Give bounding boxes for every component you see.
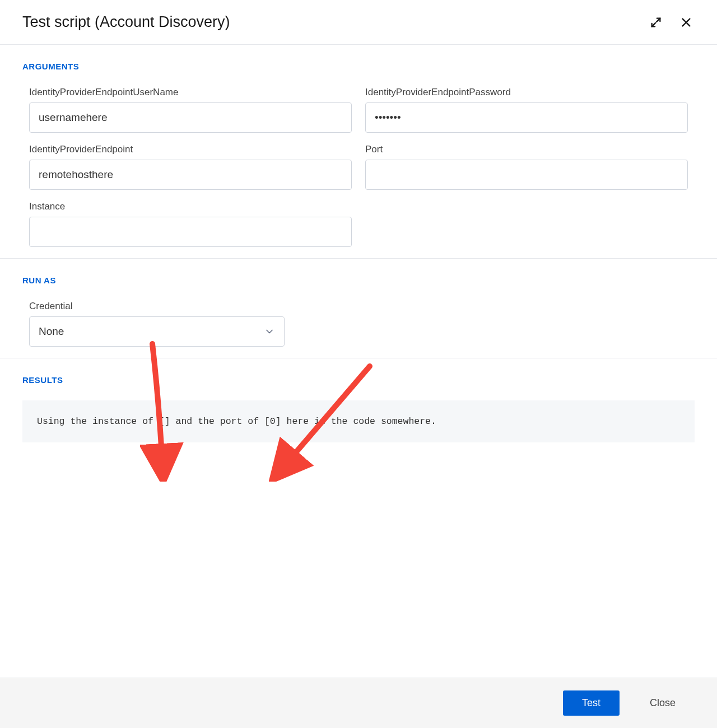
arguments-form: IdentityProviderEndpointUserName Identit… [22,87,695,247]
arguments-section-title: ARGUMENTS [22,62,695,71]
instance-input[interactable] [29,217,352,247]
credential-select-wrapper: None [29,316,285,347]
dialog-footer: Test Close [0,678,717,728]
credential-value: None [39,325,64,338]
results-output: Using the instance of [] and the port of… [22,400,695,442]
port-input[interactable] [365,160,688,190]
test-script-dialog: Test script (Account Discovery) ARGUMENT… [0,0,717,454]
close-icon[interactable] [678,14,695,31]
runas-section-title: RUN AS [22,276,695,285]
port-label: Port [365,144,688,155]
dialog-header: Test script (Account Discovery) [0,0,717,45]
close-button[interactable]: Close [631,690,695,716]
credential-group: Credential None [22,301,291,347]
username-group: IdentityProviderEndpointUserName [29,87,352,133]
credential-select[interactable]: None [29,316,285,347]
runas-section: RUN AS Credential None [0,259,717,358]
dialog-header-actions [648,14,695,31]
arguments-section: ARGUMENTS IdentityProviderEndpointUserNa… [0,45,717,258]
expand-icon[interactable] [648,14,664,31]
endpoint-label: IdentityProviderEndpoint [29,144,352,155]
password-input[interactable] [365,102,688,133]
credential-label: Credential [29,301,285,312]
dialog-title: Test script (Account Discovery) [22,13,230,31]
endpoint-input[interactable] [29,160,352,190]
password-label: IdentityProviderEndpointPassword [365,87,688,98]
instance-label: Instance [29,201,352,212]
endpoint-group: IdentityProviderEndpoint [29,144,352,190]
results-section: RESULTS Using the instance of [] and the… [0,358,717,454]
username-label: IdentityProviderEndpointUserName [29,87,352,98]
results-section-title: RESULTS [22,375,695,385]
password-group: IdentityProviderEndpointPassword [365,87,688,133]
instance-group: Instance [29,201,352,247]
username-input[interactable] [29,102,352,133]
port-group: Port [365,144,688,190]
test-button[interactable]: Test [563,690,620,716]
chevron-down-icon [264,326,275,337]
